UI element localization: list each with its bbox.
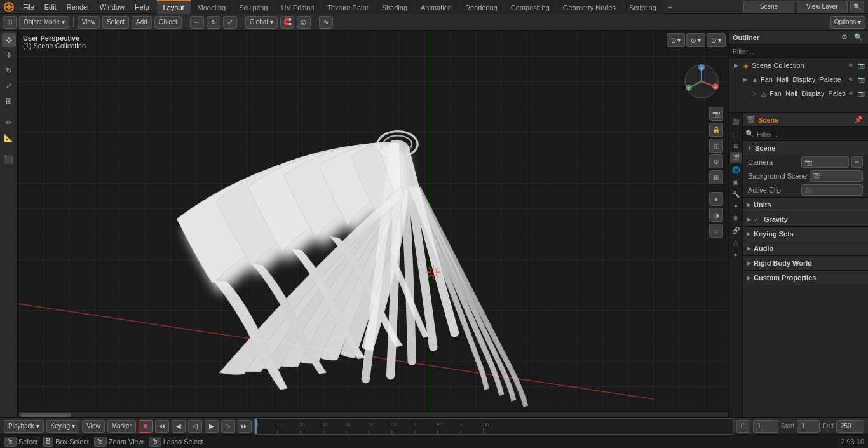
perspective-ortho-btn[interactable]: ◫ [709,139,723,153]
outliner-search-btn[interactable]: 🔍 [853,32,864,43]
tool-add-cube[interactable]: ⬛ [2,153,16,166]
menu-window[interactable]: Window [95,0,130,14]
props-search-input[interactable] [757,130,865,138]
props-group-units-header[interactable]: ▶ Units [743,198,868,212]
view-dropdown[interactable]: View [82,420,105,433]
record-btn[interactable]: ⏺ [139,420,153,433]
tool-move[interactable]: ✛ [2,48,16,62]
props-group-scene-header[interactable]: ▼ Scene [743,141,868,155]
timeline-area[interactable]: 1 10 20 30 40 50 60 70 80 90 100 [254,418,734,435]
viewport-overlay-btn[interactable]: ⊙ ▾ [686,33,705,47]
tab-uv-editing[interactable]: UV Editing [275,0,320,14]
transform-move-icon[interactable]: ↔ [190,16,204,29]
tab-geometry-nodes[interactable]: Geometry Nodes [557,0,622,14]
props-icon-modifier[interactable]: 🔧 [730,188,742,200]
props-group-rigid-body-header[interactable]: ▶ Rigid Body World [743,256,868,270]
tab-layout[interactable]: Layout [157,0,191,14]
keying-dropdown[interactable]: Keying ▾ [46,420,80,433]
expand-icon-2[interactable]: ▶ [740,75,749,84]
active-clip-value[interactable]: 🎥 [801,184,863,196]
tab-sculpting[interactable]: Sculpting [233,0,274,14]
render-icon-2[interactable]: 📷 [857,75,865,84]
graph-icon[interactable]: ∿ [319,16,333,29]
camera-value[interactable]: 📷 [801,156,849,168]
jump-start-btn[interactable]: ⏮ [155,420,169,433]
props-icon-render[interactable]: 🎥 [730,116,742,127]
tab-rendering[interactable]: Rendering [459,0,504,14]
camera-view-btn[interactable]: 📷 [709,107,723,121]
props-icon-material[interactable]: ● [730,248,742,260]
tool-scale[interactable]: ⤢ [2,79,16,93]
tab-animation[interactable]: Animation [414,0,458,14]
object-menu[interactable]: Object [154,16,182,29]
props-pin-btn[interactable]: 📌 [853,114,864,126]
props-icon-data[interactable]: △ [730,236,742,248]
menu-file[interactable]: File [18,0,39,14]
play-reverse-btn[interactable]: ◁ [188,420,202,433]
play-btn[interactable]: ▶ [205,420,219,433]
hide-icon-3[interactable]: 👁 [846,89,855,98]
props-group-custom-props-header[interactable]: ▶ Custom Properties [743,271,868,285]
viewport-scrollbar-h[interactable] [18,411,728,417]
viewport-gizmos-btn[interactable]: ⊙ ▾ [707,33,726,47]
hide-icon-2[interactable]: 👁 [846,75,855,84]
object-mode-dropdown[interactable]: Object Mode ▾ [19,16,69,29]
camera-edit-btn[interactable]: ✏ [851,156,863,168]
expand-icon-3[interactable]: ▷ [749,89,758,98]
tab-compositing[interactable]: Compositing [505,0,556,14]
options-btn[interactable]: Options ▾ [830,16,865,29]
render-icon[interactable]: 📷 [857,61,865,70]
props-icon-view-layer[interactable]: ⊞ [730,140,742,151]
outliner-item-scene-collection[interactable]: ▶ ◈ Scene Collection 👁 📷 [729,58,868,72]
tab-modeling[interactable]: Modeling [191,0,233,14]
view-menu[interactable]: View [78,16,100,29]
props-group-keying-sets-header[interactable]: ▶ Keying Sets [743,227,868,241]
viewport-gizmo[interactable]: Z X Y [682,62,721,100]
menu-help[interactable]: Help [130,0,154,14]
current-frame-field[interactable]: 1 [753,420,778,433]
props-icon-scene[interactable]: 🎬 [730,152,742,163]
outliner-filter-btn[interactable]: ⚙ [839,32,850,43]
outliner-search-input[interactable] [729,44,868,58]
transform-space-dropdown[interactable]: Global ▾ [245,16,278,29]
overlay-display-btn[interactable]: ⊙ [709,154,723,168]
background-scene-value[interactable]: 🎬 [810,170,863,182]
render-icon-3[interactable]: 📷 [857,89,865,98]
viewport[interactable]: User Perspective (1) Scene Collection [18,31,728,417]
tool-measure[interactable]: 📐 [2,131,16,145]
hide-icon[interactable]: 👁 [846,61,855,70]
tab-shading[interactable]: Shading [376,0,414,14]
props-icon-output[interactable]: ⬚ [730,128,742,139]
material-display-btn[interactable]: ◑ [709,208,723,222]
solid-display-btn[interactable]: ● [709,192,723,206]
transform-scale-icon[interactable]: ⤢ [223,16,237,29]
tab-scripting[interactable]: Scripting [623,0,663,14]
outliner-item-fan-001[interactable]: ▶ ▲ Fan_Nail_Display_Palette_001 👁 📷 [729,72,868,86]
rendered-display-btn[interactable]: ○ [709,224,723,238]
outliner-item-fan-mesh[interactable]: ▷ △ Fan_Nail_Display_Palette 👁 📷 [729,86,868,100]
marker-dropdown[interactable]: Marker [107,420,136,433]
start-frame-field[interactable]: 1 [797,420,820,433]
jump-end-btn[interactable]: ⏭ [238,420,252,433]
tool-cursor[interactable]: ⊹ [2,33,16,47]
expand-icon[interactable]: ▶ [731,61,740,70]
prev-frame-btn[interactable]: ◀ [172,420,186,433]
add-menu[interactable]: Add [132,16,152,29]
snap-icon[interactable]: 🧲 [280,16,294,29]
search-btn[interactable]: 🔍 [850,1,864,13]
select-menu[interactable]: Select [102,16,129,29]
proportional-edit-icon[interactable]: ◎ [297,16,311,29]
viewport-shading-btn[interactable]: ⊙ ▾ [667,33,686,47]
props-icon-world[interactable]: 🌐 [730,164,742,175]
tool-annotate[interactable]: ✏ [2,116,16,130]
scrollbar-thumb[interactable] [20,413,71,417]
playback-dropdown[interactable]: Playback ▾ [4,420,44,433]
menu-render[interactable]: Render [62,0,95,14]
scene-selector[interactable]: Scene [743,1,794,13]
menu-edit[interactable]: Edit [39,0,62,14]
props-icon-particle[interactable]: ✦ [730,200,742,212]
lock-view-btn[interactable]: 🔒 [709,123,723,137]
tab-texture-paint[interactable]: Texture Paint [321,0,374,14]
tool-rotate[interactable]: ↻ [2,64,16,78]
add-workspace-button[interactable]: + [663,0,677,14]
